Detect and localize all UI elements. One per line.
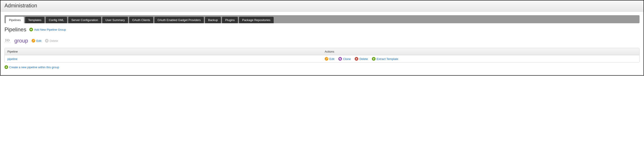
table-row: pipeline Edit Clone <box>5 55 639 62</box>
tab-package-repositories[interactable]: Package Repositories <box>239 17 274 23</box>
page-title: Administration <box>4 3 640 9</box>
tab-user-summary[interactable]: User Summary <box>102 17 128 23</box>
pipeline-delete-button[interactable]: Delete <box>355 57 368 61</box>
col-header-actions: Actions <box>322 48 639 55</box>
group-delete-label: Delete <box>50 39 58 42</box>
pencil-icon <box>325 57 328 61</box>
section-title: Pipelines <box>4 26 26 33</box>
x-icon <box>45 39 48 42</box>
x-icon <box>355 57 358 61</box>
pipeline-clone-label: Clone <box>343 57 351 61</box>
tab-oauth-gadget-providers[interactable]: OAuth Enabled Gadget Providers <box>154 17 204 23</box>
pipeline-delete-label: Delete <box>359 57 368 61</box>
group-name: group <box>14 38 28 44</box>
create-pipeline-button[interactable]: Create a new pipeline within this group <box>4 65 59 69</box>
copy-icon <box>338 57 342 61</box>
group-edit-button[interactable]: Edit <box>32 39 41 42</box>
pipelines-table: Pipeline Actions pipeline Edit <box>4 48 640 63</box>
tab-plugins[interactable]: Plugins <box>222 17 238 23</box>
group-expand-toggle[interactable] <box>4 38 11 43</box>
pipeline-edit-label: Edit <box>330 57 334 61</box>
pipeline-edit-button[interactable]: Edit <box>325 57 334 61</box>
plus-icon <box>372 57 376 61</box>
tab-config-xml[interactable]: Config XML <box>46 17 67 23</box>
add-pipeline-group-label: Add New Pipeline Group <box>34 28 66 31</box>
admin-tabbar: Pipelines Templates Config XML Server Co… <box>4 15 640 23</box>
tab-pipelines[interactable]: Pipelines <box>6 17 24 23</box>
plus-icon <box>29 28 33 31</box>
pipeline-clone-button[interactable]: Clone <box>338 57 351 61</box>
pencil-icon <box>32 39 35 42</box>
tab-backup[interactable]: Backup <box>205 17 221 23</box>
pipeline-extract-template-button[interactable]: Extract Template <box>372 57 398 61</box>
add-pipeline-group-button[interactable]: Add New Pipeline Group <box>29 28 66 31</box>
table-header: Pipeline Actions <box>5 48 639 55</box>
group-edit-label: Edit <box>36 39 41 42</box>
create-pipeline-label: Create a new pipeline within this group <box>9 66 59 69</box>
page-header: Administration <box>0 0 644 12</box>
plus-icon <box>4 65 8 69</box>
pipeline-extract-label: Extract Template <box>376 57 398 61</box>
tab-server-configuration[interactable]: Server Configuration <box>68 17 101 23</box>
group-delete-button: Delete <box>45 39 58 42</box>
pipeline-name-link[interactable]: pipeline <box>8 57 18 61</box>
col-header-pipeline: Pipeline <box>5 48 322 55</box>
tab-templates[interactable]: Templates <box>25 17 44 23</box>
tab-oauth-clients[interactable]: OAuth Clients <box>129 17 153 23</box>
